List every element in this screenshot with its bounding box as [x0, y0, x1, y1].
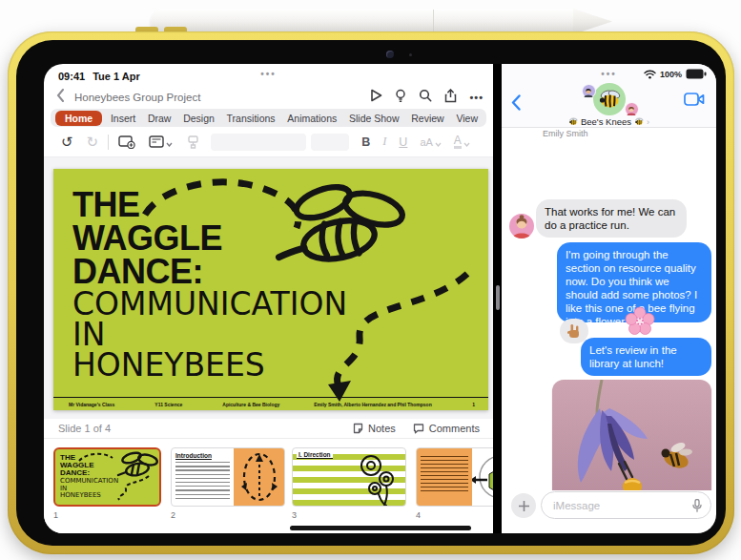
- font-name-field[interactable]: [211, 134, 306, 151]
- ppt-toolbar: ↺ ↻: [44, 127, 493, 157]
- thumbnail-1-number: 1: [53, 510, 58, 520]
- underline-button[interactable]: U: [399, 135, 407, 149]
- window-controls-dots[interactable]: •••: [260, 69, 277, 79]
- group-title-row[interactable]: Bee's Knees ›: [502, 116, 716, 127]
- footer-subject: Apiculture & Bee Biology: [222, 402, 279, 407]
- font-size-field[interactable]: [311, 134, 349, 151]
- thumbnail-2-diagram-panel: [234, 448, 284, 506]
- bee-icon: [568, 117, 578, 126]
- bee-doodle-illustration: [265, 178, 420, 272]
- font-color-button[interactable]: A: [454, 135, 462, 149]
- thumbnail-4-text-panel: [417, 448, 472, 506]
- bee-icon: [634, 117, 644, 126]
- battery-percent: 100%: [660, 70, 682, 79]
- chevron-down-icon[interactable]: [166, 134, 173, 151]
- home-indicator[interactable]: [290, 526, 471, 530]
- tab-animations[interactable]: Animations: [283, 111, 340, 126]
- thumbnail-2-number: 2: [171, 510, 175, 520]
- photo-message-bee-flower[interactable]: [552, 380, 711, 490]
- notes-button[interactable]: Notes: [353, 423, 396, 434]
- status-bar-right: 100%: [644, 69, 707, 79]
- front-camera: [386, 51, 394, 58]
- ppt-nav-bar: Honeybees Group Project: [44, 87, 493, 108]
- slide-status-row: Slide 1 of 4 Notes Comments: [44, 419, 493, 438]
- waggle-loop-diagram: [234, 448, 285, 507]
- slide-title: THE WAGGLE DANCE:: [72, 188, 222, 288]
- tab-transitions[interactable]: Transitions: [223, 111, 279, 126]
- messages-header: ••• 100%: [502, 64, 716, 128]
- toolbar-divider: [108, 135, 109, 150]
- apple-pencil-body: [151, 9, 574, 34]
- new-slide-icon[interactable]: [118, 135, 135, 149]
- slide-subtitle: COMMUNICATION IN HONEYBEES: [72, 289, 347, 381]
- italic-button[interactable]: I: [382, 135, 386, 149]
- chevron-right-icon: ›: [647, 117, 649, 127]
- thumbnail-slide-2[interactable]: Introduction: [171, 447, 285, 507]
- status-bar-left: 09:41 Tue 1 Apr •••: [44, 64, 493, 87]
- chevron-down-icon[interactable]: [435, 134, 442, 151]
- thumbnail-2-text: Introduction: [172, 448, 234, 506]
- cherry-blossom-emoji: [624, 305, 656, 342]
- dictation-mic-icon[interactable]: [692, 499, 702, 516]
- message-bubble-received[interactable]: That works for me! We can do a practice …: [536, 199, 687, 238]
- format-painter-icon[interactable]: [187, 135, 199, 149]
- present-play-icon[interactable]: [370, 89, 382, 106]
- window-controls-dots[interactable]: •••: [601, 69, 617, 79]
- comments-button[interactable]: Comments: [413, 423, 480, 434]
- search-icon[interactable]: [419, 89, 432, 106]
- ipad-screen: 09:41 Tue 1 Apr ••• Honeybees Group Proj…: [44, 64, 716, 533]
- clock: 09:41 Tue 1 Apr: [58, 71, 140, 82]
- imessage-input[interactable]: [553, 493, 687, 517]
- thumbnail-3-title: I. Direction: [297, 451, 333, 459]
- tab-home[interactable]: Home: [55, 111, 102, 126]
- bold-button[interactable]: B: [361, 135, 370, 149]
- share-icon[interactable]: [444, 89, 457, 107]
- chat-transcript: Emily Smith That works for me! We can do…: [502, 128, 716, 490]
- tab-view[interactable]: View: [452, 111, 482, 126]
- footer-page-number: 1: [472, 402, 475, 407]
- thumbnail-slide-3[interactable]: I. Direction: [292, 447, 406, 507]
- wifi-icon: [644, 70, 656, 79]
- group-chat-title: Bee's Knees: [581, 116, 631, 127]
- apple-pencil-seam: [433, 10, 434, 33]
- tab-insert[interactable]: Insert: [107, 111, 139, 126]
- plus-icon: [519, 501, 529, 511]
- text-size-button[interactable]: aA: [420, 136, 432, 148]
- chevron-down-icon[interactable]: [463, 134, 470, 151]
- tab-draw[interactable]: Draw: [144, 111, 175, 126]
- redo-icon[interactable]: ↻: [87, 134, 99, 151]
- document-title[interactable]: Honeybees Group Project: [74, 92, 200, 103]
- slide-indicator: Slide 1 of 4: [58, 423, 111, 434]
- message-bubble-sent[interactable]: Let's review in the library at lunch!: [581, 338, 711, 376]
- tab-design[interactable]: Design: [179, 111, 218, 126]
- messages-app: ••• 100%: [502, 64, 716, 533]
- thumbnail-2-body-lines: [175, 462, 230, 500]
- slide-1[interactable]: THE WAGGLE DANCE: COMMUNICATION IN HONEY…: [53, 169, 488, 410]
- thumbnail-slide-1[interactable]: THE WAGGLE DANCE: COMMUNICATION IN HONEY…: [53, 447, 161, 507]
- tab-review[interactable]: Review: [407, 111, 447, 126]
- avatar-emily[interactable]: [509, 214, 534, 239]
- slide-layout-icon[interactable]: [149, 135, 164, 148]
- bee-avatar-icon: [597, 89, 622, 110]
- footer-authors: Emily Smith, Alberto Hernandez and Phil …: [314, 402, 431, 407]
- member-avatar-alberto: [582, 84, 596, 98]
- back-icon[interactable]: [56, 89, 65, 106]
- add-attachment-button[interactable]: [511, 493, 536, 518]
- undo-icon[interactable]: ↺: [61, 134, 73, 151]
- slide-canvas[interactable]: THE WAGGLE DANCE: COMMUNICATION IN HONEY…: [44, 157, 493, 419]
- imessage-field[interactable]: [541, 491, 711, 519]
- designer-lightbulb-icon[interactable]: [395, 89, 406, 107]
- sensor-dot: [409, 53, 412, 56]
- split-drag-handle[interactable]: [496, 285, 500, 310]
- tab-slideshow[interactable]: Slide Show: [345, 111, 403, 126]
- apple-pencil-tip: [573, 9, 612, 34]
- battery-icon: [686, 69, 707, 79]
- facetime-video-icon[interactable]: [684, 93, 705, 110]
- more-options-icon[interactable]: •••: [469, 92, 484, 103]
- group-avatar-bee: [593, 83, 626, 115]
- back-icon[interactable]: [511, 94, 521, 114]
- tapback-love-you-gesture[interactable]: [560, 319, 588, 343]
- thumbnail-4-number: 4: [416, 510, 421, 520]
- group-avatar-cluster[interactable]: [586, 83, 633, 117]
- split-view-divider: [493, 64, 502, 533]
